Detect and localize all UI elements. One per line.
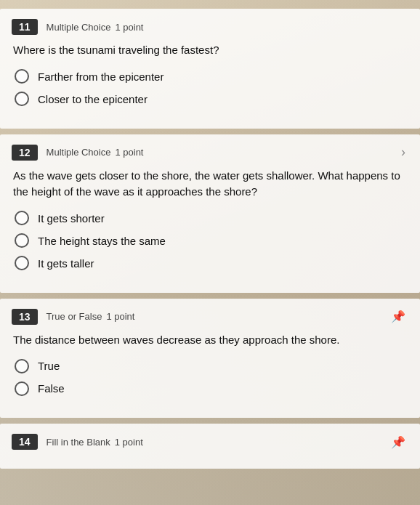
question-block-14: 14 Fill in the Blank 1 point 📌	[0, 424, 420, 469]
question-text-13: The distance between waves decrease as t…	[12, 332, 405, 349]
option-label: It gets taller	[38, 256, 94, 271]
radio-option-2[interactable]	[15, 256, 29, 270]
question-type-12: Multiple Choice	[47, 147, 111, 158]
option-item[interactable]: It gets taller	[15, 256, 405, 271]
radio-option-1[interactable]	[15, 92, 29, 106]
options-list-12: It gets shorter The height stays the sam…	[12, 211, 405, 271]
question-points-12: 1 point	[115, 147, 143, 158]
option-label: True	[38, 358, 60, 373]
question-text-11: Where is the tsunami traveling the faste…	[12, 42, 405, 59]
option-item[interactable]: Farther from the epicenter	[15, 69, 405, 84]
question-points-13: 1 point	[106, 311, 134, 322]
page: 11 Multiple Choice 1 point Where is the …	[0, 0, 420, 477]
pin-icon-14: 📌	[391, 435, 405, 449]
question-block-12: 12 Multiple Choice 1 point › As the wave…	[0, 134, 420, 293]
question-type-11: Multiple Choice	[47, 22, 111, 33]
option-label: False	[38, 381, 65, 396]
option-label: Closer to the epicenter	[38, 92, 148, 107]
question-block-13: 13 True or False 1 point 📌 The distance …	[0, 299, 420, 419]
question-header-14: 14 Fill in the Blank 1 point 📌	[12, 434, 405, 450]
option-label: Farther from the epicenter	[38, 69, 163, 84]
question-header-13: 13 True or False 1 point 📌	[12, 309, 405, 325]
radio-option-1[interactable]	[15, 381, 29, 396]
question-type-13: True or False	[47, 311, 102, 322]
option-label: The height stays the same	[38, 233, 166, 249]
question-number-13: 13	[12, 309, 38, 325]
options-list-13: True False	[12, 358, 405, 396]
radio-option-0[interactable]	[15, 69, 29, 84]
option-item[interactable]: False	[15, 381, 405, 396]
option-item[interactable]: The height stays the same	[15, 233, 405, 249]
options-list-11: Farther from the epicenter Closer to the…	[12, 69, 405, 107]
radio-option-0[interactable]	[15, 359, 29, 373]
question-header-11: 11 Multiple Choice 1 point	[12, 19, 405, 35]
radio-option-1[interactable]	[15, 233, 29, 248]
option-item[interactable]: Closer to the epicenter	[15, 92, 405, 107]
question-points-14: 1 point	[115, 437, 143, 448]
question-header-12: 12 Multiple Choice 1 point ›	[12, 145, 405, 161]
question-number-12: 12	[12, 145, 38, 161]
question-number-11: 11	[12, 19, 38, 35]
question-number-14: 14	[12, 434, 38, 450]
question-block-11: 11 Multiple Choice 1 point Where is the …	[0, 9, 420, 129]
pin-icon-13: 📌	[391, 310, 405, 323]
radio-option-0[interactable]	[15, 211, 29, 225]
option-item[interactable]: It gets shorter	[15, 211, 405, 226]
option-label: It gets shorter	[38, 211, 105, 226]
option-item[interactable]: True	[15, 358, 405, 373]
chevron-icon-12: ›	[401, 145, 405, 160]
question-type-14: Fill in the Blank	[47, 437, 110, 448]
question-points-11: 1 point	[115, 22, 143, 33]
question-text-12: As the wave gets closer to the shore, th…	[12, 168, 405, 201]
